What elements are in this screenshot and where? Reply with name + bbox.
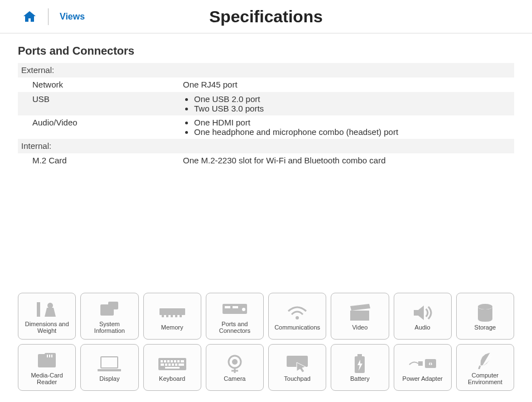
header-left: Views — [0, 8, 85, 25]
home-icon[interactable] — [22, 11, 37, 23]
spec-label: Network — [21, 80, 183, 89]
spec-value: One RJ45 port — [183, 80, 511, 89]
list-item: One USB 2.0 port — [194, 94, 511, 104]
list-item: Two USB 3.0 ports — [194, 104, 511, 113]
spec-row-audiovideo: Audio/Video One HDMI port One headphone … — [18, 115, 514, 139]
spec-label: M.2 Card — [21, 156, 183, 165]
list-item: One headphone and microphone combo (head… — [194, 127, 511, 137]
header: Views Specifications — [0, 0, 532, 33]
group-header-external: External: — [18, 63, 514, 78]
spec-row-network: Network One RJ45 port — [18, 78, 514, 92]
spec-value: One HDMI port One headphone and micropho… — [183, 118, 511, 137]
section-title: Ports and Connectors — [18, 45, 514, 57]
group-label: External: — [21, 65, 54, 75]
content: Ports and Connectors External: Network O… — [0, 33, 532, 168]
group-header-internal: Internal: — [18, 139, 514, 153]
spec-value: One M.2-2230 slot for Wi-Fi and Bluetoot… — [183, 156, 511, 165]
header-divider — [48, 8, 49, 25]
list-item: One HDMI port — [194, 118, 511, 127]
page-title: Specifications — [209, 7, 322, 26]
views-link[interactable]: Views — [60, 12, 85, 22]
spec-value: One USB 2.0 port Two USB 3.0 ports — [183, 94, 511, 113]
spec-label: Audio/Video — [21, 118, 183, 127]
group-label: Internal: — [21, 141, 51, 151]
spec-label: USB — [21, 94, 183, 104]
spec-row-usb: USB One USB 2.0 port Two USB 3.0 ports — [18, 92, 514, 115]
spec-row-m2: M.2 Card One M.2-2230 slot for Wi-Fi and… — [18, 153, 514, 168]
